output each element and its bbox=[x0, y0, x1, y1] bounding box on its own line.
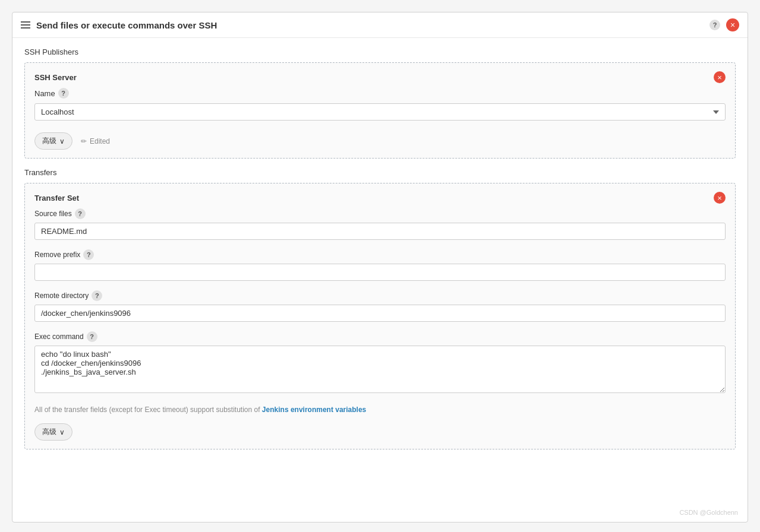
name-label: Name bbox=[34, 89, 55, 98]
transfer-set-header: Transfer Set × bbox=[34, 192, 726, 204]
panel-header: Send files or execute commands over SSH … bbox=[12, 12, 748, 38]
remove-prefix-help-icon[interactable]: ? bbox=[83, 249, 94, 260]
remove-prefix-label: Remove prefix bbox=[34, 251, 80, 259]
ssh-server-title: SSH Server bbox=[34, 73, 77, 82]
transfer-set-box: Transfer Set × Source files ? Remove pre… bbox=[24, 183, 736, 449]
chevron-down-icon: ∨ bbox=[59, 137, 65, 145]
transfer-advanced-button[interactable]: 高级 ∨ bbox=[34, 423, 72, 441]
source-files-group: Source files ? bbox=[34, 208, 726, 240]
header-help-icon[interactable]: ? bbox=[709, 20, 720, 30]
remove-prefix-label-row: Remove prefix ? bbox=[34, 249, 726, 260]
source-files-label-row: Source files ? bbox=[34, 208, 726, 219]
watermark: CSDN @Goldchenn bbox=[679, 509, 738, 516]
transfer-set-title: Transfer Set bbox=[34, 194, 79, 202]
jenkins-env-vars-link[interactable]: Jenkins environment variables bbox=[262, 406, 366, 414]
name-help-icon[interactable]: ? bbox=[58, 88, 69, 99]
remove-prefix-input[interactable] bbox=[34, 264, 726, 281]
transfer-advanced-label: 高级 bbox=[42, 427, 56, 437]
panel-title: Send files or execute commands over SSH bbox=[36, 20, 704, 30]
menu-icon[interactable] bbox=[21, 21, 30, 28]
remote-directory-label-row: Remote directory ? bbox=[34, 290, 726, 301]
source-files-help-icon[interactable]: ? bbox=[75, 208, 86, 219]
edited-text: Edited bbox=[90, 137, 110, 145]
exec-command-label-row: Exec command ? bbox=[34, 331, 726, 342]
close-button[interactable]: × bbox=[726, 18, 739, 31]
exec-command-group: Exec command ? echo "do linux bash" cd /… bbox=[34, 331, 726, 395]
remote-directory-input[interactable] bbox=[34, 305, 726, 322]
edited-label[interactable]: ✏ Edited bbox=[81, 137, 110, 145]
ssh-server-name-select[interactable]: Localhost bbox=[34, 103, 726, 121]
transfer-actions-row: 高级 ∨ bbox=[34, 423, 726, 441]
remote-directory-group: Remote directory ? bbox=[34, 290, 726, 322]
transfers-section: Transfers Transfer Set × Source files ? bbox=[24, 168, 736, 449]
ssh-server-advanced-button[interactable]: 高级 ∨ bbox=[34, 132, 72, 150]
source-files-label: Source files bbox=[34, 210, 72, 218]
source-files-input[interactable] bbox=[34, 223, 726, 240]
transfer-chevron-icon: ∨ bbox=[59, 428, 65, 436]
exec-command-textarea[interactable]: echo "do linux bash" cd /docker_chen/jen… bbox=[34, 346, 726, 393]
exec-command-help-icon[interactable]: ? bbox=[87, 331, 97, 342]
actions-row: 高级 ∨ ✏ Edited bbox=[34, 132, 726, 150]
exec-command-label: Exec command bbox=[34, 332, 84, 341]
info-text: All of the transfer fields (except for E… bbox=[34, 404, 726, 415]
panel-body: SSH Publishers SSH Server × Name ? Local… bbox=[12, 38, 748, 468]
remote-directory-label: Remote directory bbox=[34, 292, 89, 300]
ssh-server-box-header: SSH Server × bbox=[34, 71, 726, 83]
advanced-label: 高级 bbox=[42, 136, 56, 146]
main-panel: Send files or execute commands over SSH … bbox=[12, 12, 748, 522]
transfer-set-close-button[interactable]: × bbox=[714, 192, 726, 204]
pencil-icon: ✏ bbox=[81, 137, 87, 145]
ssh-server-close-button[interactable]: × bbox=[714, 71, 726, 83]
ssh-publishers-label: SSH Publishers bbox=[24, 48, 736, 56]
info-text-before: All of the transfer fields (except for E… bbox=[34, 406, 262, 414]
name-row: Name ? bbox=[34, 88, 726, 99]
transfers-label: Transfers bbox=[24, 168, 736, 177]
remote-directory-help-icon[interactable]: ? bbox=[92, 290, 102, 301]
remove-prefix-group: Remove prefix ? bbox=[34, 249, 726, 281]
ssh-server-box: SSH Server × Name ? Localhost 高级 ∨ ✏ Edi… bbox=[24, 62, 736, 159]
